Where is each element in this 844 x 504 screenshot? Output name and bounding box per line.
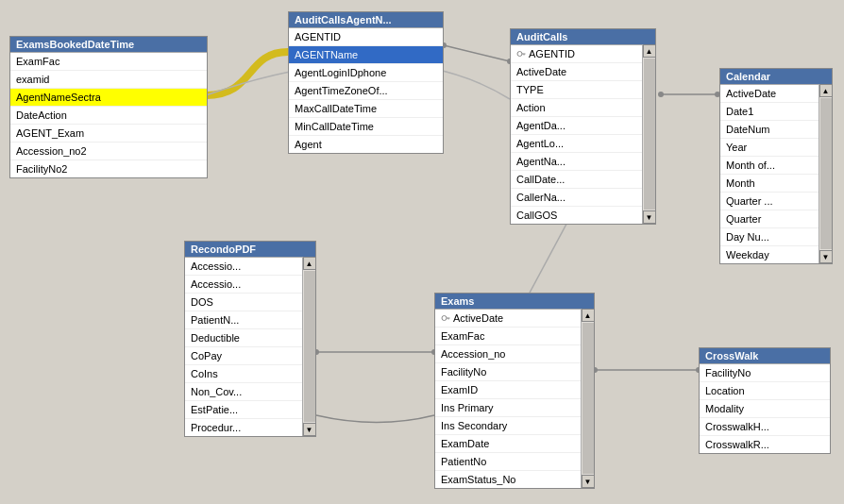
svg-point-4 (658, 92, 664, 97)
list-item[interactable]: Accessio... (185, 258, 302, 276)
scroll-thumb[interactable] (304, 271, 315, 422)
list-item[interactable]: FacilityNo2 (10, 160, 207, 177)
table-header-calendar: Calendar (720, 69, 832, 84)
scroll-down-button[interactable]: ▼ (643, 210, 656, 224)
list-item[interactable]: Ins Primary (435, 399, 581, 417)
list-item[interactable]: DOS (185, 294, 302, 311)
table-audit-calls-agent: AuditCallsAgentN... AGENTID AGENTName Ag… (288, 11, 444, 154)
table-calendar: Calendar ActiveDate Date1 DateNum Year M… (719, 68, 833, 264)
list-item[interactable]: ActiveDate (720, 85, 819, 103)
svg-point-15 (517, 52, 522, 57)
list-item[interactable]: examid (10, 71, 207, 89)
list-item[interactable]: CrosswalkH... (700, 418, 830, 436)
list-item[interactable]: ActiveDate (435, 310, 581, 328)
list-item[interactable]: ActiveDate (511, 63, 642, 81)
list-item[interactable]: CallDate... (511, 171, 642, 189)
list-item[interactable]: AgentLo... (511, 135, 642, 153)
list-item[interactable]: Month of... (720, 157, 819, 175)
table-header-audit-calls: AuditCalls (511, 29, 655, 44)
table-crosswalk: CrossWalk FacilityNo Location Modality C… (699, 347, 831, 454)
scroll-thumb[interactable] (820, 98, 832, 249)
list-item[interactable]: DateNum (720, 121, 819, 139)
table-body-audit-calls: AGENTID ActiveDate TYPE Action AgentDa..… (511, 44, 642, 224)
table-header-audit-calls-agent: AuditCallsAgentN... (289, 12, 443, 27)
list-item[interactable]: Modality (700, 400, 830, 418)
exams-scrollbar[interactable]: ▲ ▼ (581, 309, 594, 488)
recondo-scroll-container: Accessio... Accessio... DOS PatientN... … (185, 257, 315, 436)
list-item[interactable]: Accession_no (435, 345, 581, 363)
list-item[interactable]: ExamFac (10, 53, 207, 71)
scroll-down-button[interactable]: ▼ (303, 423, 316, 436)
list-item[interactable]: AGENTID (511, 45, 642, 63)
list-item[interactable]: Weekday (720, 246, 819, 263)
list-item[interactable]: FacilityNo (700, 364, 830, 382)
scroll-up-button[interactable]: ▲ (819, 84, 833, 97)
list-item[interactable]: EstPatie... (185, 401, 302, 419)
svg-line-0 (444, 45, 510, 61)
table-body-exams-booked: ExamFac examid AgentNameSectra DateActio… (10, 52, 207, 177)
list-item[interactable]: MaxCallDateTime (289, 100, 443, 118)
recondo-scrollbar[interactable]: ▲ ▼ (302, 257, 315, 436)
calendar-scroll-container: ActiveDate Date1 DateNum Year Month of..… (720, 84, 832, 263)
table-header-recondo: RecondoPDF (185, 242, 315, 257)
list-item[interactable]: Month (720, 175, 819, 193)
list-item[interactable]: TYPE (511, 81, 642, 99)
list-item[interactable]: Deductible (185, 329, 302, 347)
table-body-crosswalk: FacilityNo Location Modality CrosswalkH.… (700, 363, 830, 453)
scroll-down-button[interactable]: ▼ (819, 250, 833, 263)
scroll-up-button[interactable]: ▲ (582, 309, 595, 322)
list-item[interactable]: Agent (289, 136, 443, 153)
list-item[interactable]: Accession_no2 (10, 143, 207, 160)
list-item[interactable]: Date1 (720, 103, 819, 121)
list-item[interactable]: ExamStatus_No (435, 471, 581, 488)
list-item[interactable]: PatientNo (435, 453, 581, 471)
table-exams: Exams ActiveDate ExamFac Accession_no Fa… (434, 293, 595, 489)
list-item[interactable]: AgentLoginIDphone (289, 64, 443, 82)
list-item[interactable]: DateAction (10, 107, 207, 125)
list-item[interactable]: AgentNa... (511, 153, 642, 171)
list-item[interactable]: Location (700, 382, 830, 400)
list-item[interactable]: Day Nu... (720, 228, 819, 246)
calendar-scrollbar[interactable]: ▲ ▼ (819, 84, 832, 263)
scroll-thumb[interactable] (582, 323, 594, 474)
table-header-exams-booked: ExamsBookedDateTime (10, 37, 207, 52)
table-audit-calls: AuditCalls AGENTID ActiveDate TYPE Actio… (510, 28, 656, 225)
list-item[interactable]: Non_Cov... (185, 383, 302, 401)
table-body-calendar: ActiveDate Date1 DateNum Year Month of..… (720, 84, 819, 263)
list-item[interactable]: FacilityNo (435, 363, 581, 381)
audit-calls-scrollbar[interactable]: ▲ ▼ (642, 44, 655, 224)
list-item[interactable]: ExamDate (435, 435, 581, 453)
list-item[interactable]: AGENT_Exam (10, 125, 207, 143)
list-item[interactable]: AGENTName (289, 46, 443, 64)
key-icon (516, 49, 526, 59)
list-item[interactable]: ExamID (435, 381, 581, 399)
list-item[interactable]: AgentTimeZoneOf... (289, 82, 443, 100)
list-item[interactable]: PatientN... (185, 311, 302, 329)
scroll-down-button[interactable]: ▼ (582, 475, 595, 488)
table-body-recondo: Accessio... Accessio... DOS PatientN... … (185, 257, 302, 436)
list-item[interactable]: ExamFac (435, 328, 581, 345)
list-item[interactable]: AgentNameSectra (10, 89, 207, 107)
list-item[interactable]: Quarter ... (720, 193, 819, 210)
list-item[interactable]: AgentDa... (511, 117, 642, 135)
scroll-thumb[interactable] (644, 59, 655, 210)
scroll-up-button[interactable]: ▲ (303, 257, 316, 270)
table-body-exams: ActiveDate ExamFac Accession_no Facility… (435, 309, 581, 488)
list-item[interactable]: Action (511, 99, 642, 117)
scroll-up-button[interactable]: ▲ (643, 44, 656, 58)
list-item[interactable]: Procedur... (185, 419, 302, 436)
table-exams-booked-datetime: ExamsBookedDateTime ExamFac examid Agent… (9, 36, 208, 178)
list-item[interactable]: CoPay (185, 347, 302, 365)
list-item[interactable]: CallerNa... (511, 189, 642, 207)
list-item[interactable]: CoIns (185, 365, 302, 383)
list-item[interactable]: CallGOS (511, 207, 642, 224)
table-header-exams: Exams (435, 294, 594, 309)
list-item[interactable]: Ins Secondary (435, 417, 581, 435)
list-item[interactable]: Quarter (720, 210, 819, 228)
table-recondo-pdf: RecondoPDF Accessio... Accessio... DOS P… (184, 241, 316, 437)
list-item[interactable]: AGENTID (289, 28, 443, 46)
list-item[interactable]: Year (720, 139, 819, 157)
list-item[interactable]: MinCallDateTime (289, 118, 443, 136)
list-item[interactable]: Accessio... (185, 276, 302, 294)
list-item[interactable]: CrosswalkR... (700, 436, 830, 453)
